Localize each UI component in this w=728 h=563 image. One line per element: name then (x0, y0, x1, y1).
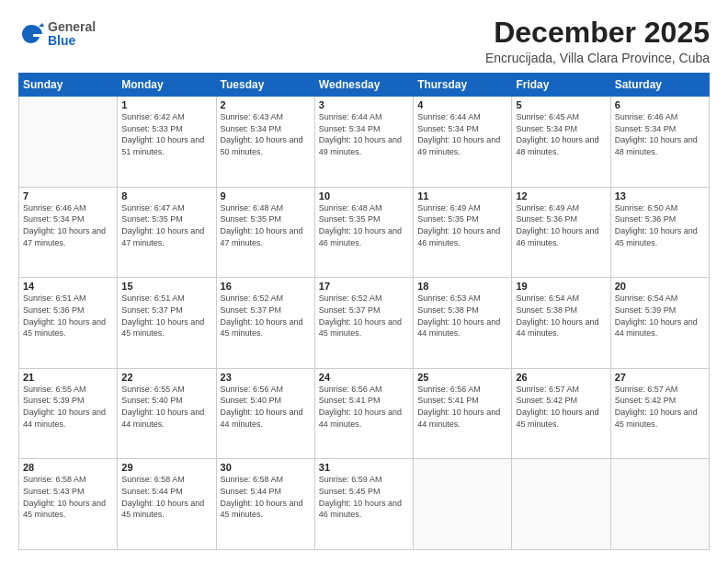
day-number: 9 (221, 190, 311, 201)
logo-icon (18, 21, 44, 47)
cell-w5-d1: 28 Sunrise: 6:58 AMSunset: 5:43 PMDaylig… (19, 459, 118, 550)
day-info: Sunrise: 6:50 AMSunset: 5:36 PMDaylight:… (615, 202, 705, 248)
week-row-3: 14 Sunrise: 6:51 AMSunset: 5:36 PMDaylig… (19, 278, 710, 369)
day-number: 1 (121, 99, 211, 110)
cell-w3-d6: 19 Sunrise: 6:54 AMSunset: 5:38 PMDaylig… (512, 278, 610, 369)
calendar-page: General Blue December 2025 Encrucijada, … (0, 0, 728, 563)
day-number: 14 (23, 281, 113, 292)
cell-w4-d6: 26 Sunrise: 6:57 AMSunset: 5:42 PMDaylig… (512, 368, 610, 459)
day-number: 6 (615, 99, 705, 110)
cell-w5-d5 (414, 459, 512, 550)
header-monday: Monday (118, 74, 216, 97)
day-info: Sunrise: 6:49 AMSunset: 5:36 PMDaylight:… (516, 202, 606, 248)
cell-w5-d7 (610, 459, 709, 550)
day-info: Sunrise: 6:43 AMSunset: 5:34 PMDaylight:… (221, 111, 311, 157)
day-number: 12 (516, 190, 606, 201)
day-number: 28 (23, 462, 113, 473)
day-number: 29 (121, 462, 211, 473)
day-info: Sunrise: 6:57 AMSunset: 5:42 PMDaylight:… (516, 384, 606, 430)
cell-w2-d5: 11 Sunrise: 6:49 AMSunset: 5:35 PMDaylig… (414, 187, 512, 278)
calendar-table: Sunday Monday Tuesday Wednesday Thursday… (18, 73, 710, 550)
title-block: December 2025 Encrucijada, Villa Clara P… (485, 17, 710, 65)
cell-w1-d1 (19, 97, 118, 188)
day-number: 26 (516, 372, 606, 383)
day-info: Sunrise: 6:46 AMSunset: 5:34 PMDaylight:… (23, 202, 113, 248)
day-number: 15 (121, 281, 211, 292)
day-number: 18 (417, 281, 507, 292)
day-number: 24 (319, 372, 409, 383)
cell-w1-d4: 3 Sunrise: 6:44 AMSunset: 5:34 PMDayligh… (314, 97, 413, 188)
cell-w1-d5: 4 Sunrise: 6:44 AMSunset: 5:34 PMDayligh… (414, 97, 512, 188)
logo-blue: Blue (48, 34, 96, 48)
cell-w3-d2: 15 Sunrise: 6:51 AMSunset: 5:37 PMDaylig… (118, 278, 216, 369)
day-number: 30 (221, 462, 311, 473)
day-number: 5 (516, 99, 606, 110)
day-info: Sunrise: 6:56 AMSunset: 5:40 PMDaylight:… (221, 384, 311, 430)
day-info: Sunrise: 6:42 AMSunset: 5:33 PMDaylight:… (121, 111, 211, 157)
day-number: 20 (615, 281, 705, 292)
day-info: Sunrise: 6:45 AMSunset: 5:34 PMDaylight:… (516, 111, 606, 157)
day-info: Sunrise: 6:59 AMSunset: 5:45 PMDaylight:… (319, 474, 409, 520)
day-info: Sunrise: 6:51 AMSunset: 5:36 PMDaylight:… (23, 293, 113, 339)
cell-w5-d4: 31 Sunrise: 6:59 AMSunset: 5:45 PMDaylig… (314, 459, 413, 550)
location: Encrucijada, Villa Clara Province, Cuba (485, 51, 710, 65)
logo-text: General Blue (48, 20, 96, 49)
day-info: Sunrise: 6:56 AMSunset: 5:41 PMDaylight:… (417, 384, 507, 430)
day-info: Sunrise: 6:55 AMSunset: 5:40 PMDaylight:… (121, 384, 211, 430)
cell-w2-d7: 13 Sunrise: 6:50 AMSunset: 5:36 PMDaylig… (610, 187, 709, 278)
cell-w3-d1: 14 Sunrise: 6:51 AMSunset: 5:36 PMDaylig… (19, 278, 118, 369)
cell-w3-d7: 20 Sunrise: 6:54 AMSunset: 5:39 PMDaylig… (610, 278, 709, 369)
day-number: 23 (221, 372, 311, 383)
day-info: Sunrise: 6:58 AMSunset: 5:44 PMDaylight:… (121, 474, 211, 520)
week-row-1: 1 Sunrise: 6:42 AMSunset: 5:33 PMDayligh… (19, 97, 710, 188)
cell-w2-d6: 12 Sunrise: 6:49 AMSunset: 5:36 PMDaylig… (512, 187, 610, 278)
cell-w2-d1: 7 Sunrise: 6:46 AMSunset: 5:34 PMDayligh… (19, 187, 118, 278)
day-number: 25 (417, 372, 507, 383)
cell-w1-d6: 5 Sunrise: 6:45 AMSunset: 5:34 PMDayligh… (512, 97, 610, 188)
day-number: 21 (23, 372, 113, 383)
cell-w3-d4: 17 Sunrise: 6:52 AMSunset: 5:37 PMDaylig… (314, 278, 413, 369)
day-number: 2 (221, 99, 311, 110)
cell-w4-d7: 27 Sunrise: 6:57 AMSunset: 5:42 PMDaylig… (610, 368, 709, 459)
day-number: 11 (417, 190, 507, 201)
day-number: 27 (615, 372, 705, 383)
header-saturday: Saturday (610, 74, 709, 97)
cell-w3-d5: 18 Sunrise: 6:53 AMSunset: 5:38 PMDaylig… (414, 278, 512, 369)
day-info: Sunrise: 6:47 AMSunset: 5:35 PMDaylight:… (121, 202, 211, 248)
header-wednesday: Wednesday (314, 74, 413, 97)
cell-w4-d4: 24 Sunrise: 6:56 AMSunset: 5:41 PMDaylig… (314, 368, 413, 459)
day-info: Sunrise: 6:58 AMSunset: 5:44 PMDaylight:… (221, 474, 311, 520)
day-info: Sunrise: 6:58 AMSunset: 5:43 PMDaylight:… (23, 474, 113, 520)
header-sunday: Sunday (19, 74, 118, 97)
header-thursday: Thursday (414, 74, 512, 97)
cell-w1-d3: 2 Sunrise: 6:43 AMSunset: 5:34 PMDayligh… (216, 97, 314, 188)
logo: General Blue (18, 20, 96, 49)
day-info: Sunrise: 6:57 AMSunset: 5:42 PMDaylight:… (615, 384, 705, 430)
day-info: Sunrise: 6:49 AMSunset: 5:35 PMDaylight:… (417, 202, 507, 248)
day-info: Sunrise: 6:46 AMSunset: 5:34 PMDaylight:… (615, 111, 705, 157)
week-row-4: 21 Sunrise: 6:55 AMSunset: 5:39 PMDaylig… (19, 368, 710, 459)
cell-w1-d7: 6 Sunrise: 6:46 AMSunset: 5:34 PMDayligh… (610, 97, 709, 188)
day-info: Sunrise: 6:52 AMSunset: 5:37 PMDaylight:… (221, 293, 311, 339)
day-number: 19 (516, 281, 606, 292)
cell-w4-d1: 21 Sunrise: 6:55 AMSunset: 5:39 PMDaylig… (19, 368, 118, 459)
day-info: Sunrise: 6:44 AMSunset: 5:34 PMDaylight:… (417, 111, 507, 157)
cell-w4-d5: 25 Sunrise: 6:56 AMSunset: 5:41 PMDaylig… (414, 368, 512, 459)
day-number: 7 (23, 190, 113, 201)
day-number: 8 (121, 190, 211, 201)
cell-w1-d2: 1 Sunrise: 6:42 AMSunset: 5:33 PMDayligh… (118, 97, 216, 188)
day-info: Sunrise: 6:54 AMSunset: 5:39 PMDaylight:… (615, 293, 705, 339)
day-info: Sunrise: 6:55 AMSunset: 5:39 PMDaylight:… (23, 384, 113, 430)
cell-w5-d3: 30 Sunrise: 6:58 AMSunset: 5:44 PMDaylig… (216, 459, 314, 550)
header-friday: Friday (512, 74, 610, 97)
day-info: Sunrise: 6:44 AMSunset: 5:34 PMDaylight:… (319, 111, 409, 157)
day-number: 3 (319, 99, 409, 110)
day-number: 22 (121, 372, 211, 383)
cell-w3-d3: 16 Sunrise: 6:52 AMSunset: 5:37 PMDaylig… (216, 278, 314, 369)
header-tuesday: Tuesday (216, 74, 314, 97)
day-number: 4 (417, 99, 507, 110)
day-info: Sunrise: 6:48 AMSunset: 5:35 PMDaylight:… (221, 202, 311, 248)
day-info: Sunrise: 6:52 AMSunset: 5:37 PMDaylight:… (319, 293, 409, 339)
cell-w2-d3: 9 Sunrise: 6:48 AMSunset: 5:35 PMDayligh… (216, 187, 314, 278)
day-number: 10 (319, 190, 409, 201)
